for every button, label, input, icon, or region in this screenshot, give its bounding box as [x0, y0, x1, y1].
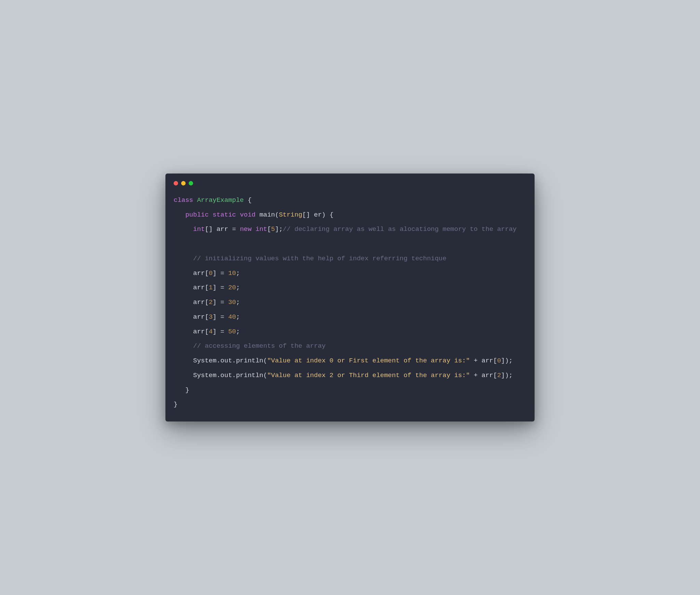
- code-token: arr[: [174, 299, 209, 306]
- code-token: int: [193, 225, 205, 233]
- code-window: class ArrayExample { public static void …: [165, 174, 535, 421]
- code-token: class: [174, 196, 197, 204]
- code-token: }: [174, 401, 177, 408]
- code-token: 50: [228, 328, 236, 335]
- code-token: arr[: [174, 269, 209, 277]
- code-token: ;: [236, 284, 240, 291]
- code-token: int: [255, 225, 267, 233]
- code-token: 10: [228, 269, 236, 277]
- code-token: 30: [228, 299, 236, 306]
- code-token: {: [244, 196, 252, 204]
- code-token: String: [279, 211, 302, 219]
- code-token: =: [220, 284, 228, 291]
- code-token: ]: [213, 284, 220, 291]
- code-token: [174, 225, 193, 233]
- code-token: System.out.println(: [174, 372, 267, 379]
- close-icon[interactable]: [174, 181, 178, 185]
- code-token: "Value at index 0 or First element of th…: [267, 357, 470, 364]
- code-token: // initializing values with the help of …: [193, 255, 446, 262]
- code-token: ]: [213, 328, 220, 335]
- code-token: ]: [213, 269, 220, 277]
- code-token: arr[: [174, 313, 209, 321]
- code-token: 4: [209, 328, 213, 335]
- code-token: 0: [209, 269, 213, 277]
- code-token: [174, 211, 185, 219]
- code-token: // accessing elements of the array: [193, 342, 326, 350]
- code-token: + arr[: [470, 357, 497, 364]
- code-token: ]: [213, 299, 220, 306]
- code-token: ;: [236, 299, 240, 306]
- minimize-icon[interactable]: [181, 181, 186, 185]
- code-token: 1: [209, 284, 213, 291]
- code-token: new: [240, 225, 256, 233]
- code-token: =: [220, 328, 228, 335]
- code-content[interactable]: class ArrayExample { public static void …: [174, 193, 526, 412]
- code-token: 2: [209, 299, 213, 306]
- code-token: arr[: [174, 284, 209, 291]
- window-titlebar: [174, 181, 526, 185]
- code-token: main: [259, 211, 275, 219]
- code-token: ]);: [501, 372, 513, 379]
- code-token: ;: [236, 313, 240, 321]
- code-token: System.out.println(: [174, 357, 267, 364]
- code-token: ]);: [501, 357, 513, 364]
- code-token: ArrayExample: [197, 196, 244, 204]
- code-token: [174, 255, 193, 262]
- code-token: [174, 342, 193, 350]
- code-token: =: [232, 225, 240, 233]
- code-token: // declaring array as well as alocationg…: [283, 225, 516, 233]
- code-token: =: [220, 313, 228, 321]
- code-token: }: [174, 386, 189, 394]
- code-token: + arr[: [470, 372, 497, 379]
- code-token: "Value at index 2 or Third element of th…: [267, 372, 470, 379]
- code-token: 0: [497, 357, 501, 364]
- code-token: =: [220, 299, 228, 306]
- code-token: 2: [497, 372, 501, 379]
- code-token: ;: [236, 328, 240, 335]
- code-token: ];: [275, 225, 283, 233]
- code-token: ;: [236, 269, 240, 277]
- code-token: static: [213, 211, 240, 219]
- code-token: [: [267, 225, 271, 233]
- code-token: (: [275, 211, 279, 219]
- code-token: arr[: [174, 328, 209, 335]
- code-token: 3: [209, 313, 213, 321]
- code-token: 40: [228, 313, 236, 321]
- code-token: public: [185, 211, 213, 219]
- zoom-icon[interactable]: [189, 181, 193, 185]
- code-token: 20: [228, 284, 236, 291]
- code-token: [] er) {: [302, 211, 333, 219]
- code-token: ]: [213, 313, 220, 321]
- code-token: 5: [271, 225, 275, 233]
- code-token: =: [220, 269, 228, 277]
- code-token: void: [240, 211, 259, 219]
- code-token: [] arr: [205, 225, 232, 233]
